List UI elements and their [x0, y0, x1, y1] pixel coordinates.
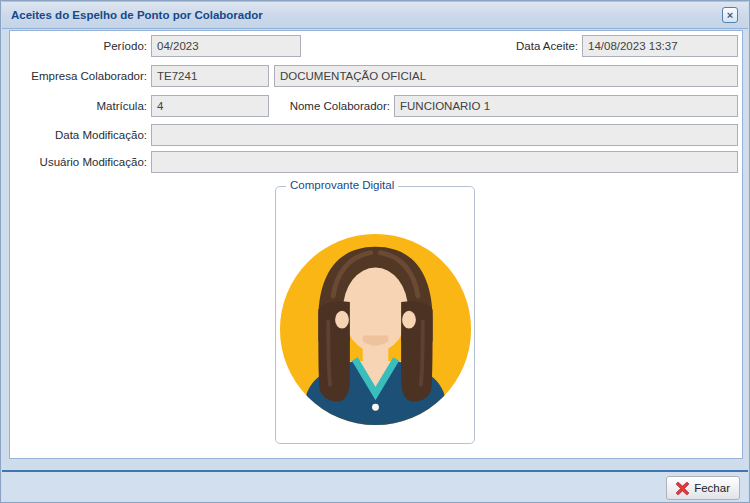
empresa-codigo-field[interactable]: TE7241 [151, 65, 269, 87]
data-aceite-label: Data Aceite: [451, 35, 578, 57]
nome-colaborador-field[interactable]: FUNCIONARIO 1 [394, 95, 738, 117]
empresa-nome-field[interactable]: DOCUMENTAÇÃO OFICIAL [274, 65, 738, 87]
periodo-field[interactable]: 04/2023 [151, 35, 301, 57]
empresa-colaborador-label: Empresa Colaborador: [9, 65, 147, 87]
fechar-x-icon [676, 482, 689, 495]
comprovante-digital-legend: Comprovante Digital [286, 179, 398, 191]
nome-colaborador-label: Nome Colaborador: [261, 95, 390, 117]
matricula-label: Matrícula: [9, 95, 147, 117]
fechar-button[interactable]: Fechar [666, 476, 740, 500]
data-modificacao-field[interactable] [151, 124, 738, 146]
dialog-window: Aceites do Espelho de Ponto por Colabora… [0, 0, 750, 503]
usuario-modificacao-field[interactable] [151, 151, 738, 173]
employee-avatar-image [277, 231, 474, 428]
window-close-icon[interactable]: × [722, 7, 738, 23]
footer-bar: Fechar [2, 472, 748, 501]
periodo-label: Período: [9, 35, 147, 57]
window-titlebar[interactable]: Aceites do Espelho de Ponto por Colabora… [2, 1, 748, 29]
data-aceite-field[interactable]: 14/08/2023 13:37 [582, 35, 738, 57]
window-title: Aceites do Espelho de Ponto por Colabora… [11, 9, 263, 21]
usuario-modificacao-label: Usuário Modificação: [9, 151, 147, 173]
fechar-button-label: Fechar [694, 482, 730, 494]
matricula-field[interactable]: 4 [151, 95, 269, 117]
data-modificacao-label: Data Modificação: [9, 124, 147, 146]
